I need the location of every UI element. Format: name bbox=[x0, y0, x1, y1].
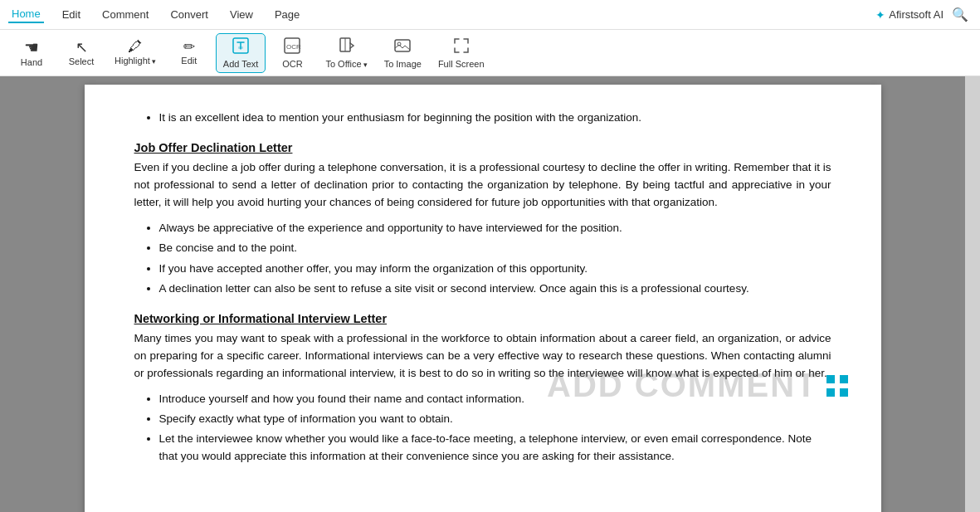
ocr-icon: OCR bbox=[283, 37, 301, 57]
select-tool-button[interactable]: ↖ Select bbox=[58, 33, 105, 73]
add-comment-watermark: ADD COMMENT bbox=[547, 367, 847, 404]
dot-tl bbox=[826, 375, 835, 383]
job-offer-bullets: Always be appreciative of the experience… bbox=[159, 220, 831, 297]
menu-right: ✦ Afirstsoft AI 🔍 bbox=[875, 7, 980, 22]
ai-label-text: Afirstsoft AI bbox=[889, 8, 943, 21]
menu-item-convert[interactable]: Convert bbox=[167, 7, 212, 22]
dot-bl bbox=[826, 388, 835, 397]
menu-item-comment[interactable]: Comment bbox=[99, 7, 152, 22]
highlight-label: Highlight▾ bbox=[115, 56, 156, 66]
menu-item-home[interactable]: Home bbox=[8, 6, 44, 23]
menu-bar: Home Edit Comment Convert View Page ✦ Af… bbox=[0, 0, 980, 30]
add-comment-text: ADD COMMENT bbox=[547, 367, 817, 404]
select-label: Select bbox=[69, 56, 95, 66]
to-image-label: To Image bbox=[384, 59, 422, 69]
highlight-tool-button[interactable]: 🖍 Highlight▾ bbox=[108, 33, 163, 73]
select-icon: ↖ bbox=[76, 40, 88, 55]
menu-item-edit[interactable]: Edit bbox=[59, 7, 84, 22]
add-text-tool-button[interactable]: Add Text bbox=[216, 33, 266, 73]
svg-rect-5 bbox=[395, 40, 410, 51]
job-offer-paragraph: Even if you decline a job offer during a… bbox=[134, 159, 831, 212]
to-image-tool-button[interactable]: To Image bbox=[378, 33, 428, 73]
highlight-dropdown-arrow: ▾ bbox=[152, 57, 156, 66]
job-offer-bullet-4: A declination letter can also be sent to… bbox=[159, 280, 831, 297]
full-screen-tool-button[interactable]: Full Screen bbox=[431, 33, 491, 73]
menu-items: Home Edit Comment Convert View Page bbox=[8, 6, 875, 23]
job-offer-bullet-3: If you have accepted another offer, you … bbox=[159, 261, 831, 277]
job-offer-heading: Job Offer Declination Letter bbox=[134, 141, 831, 154]
full-screen-icon bbox=[452, 37, 470, 57]
edit-tool-button[interactable]: ✏ Edit bbox=[166, 33, 212, 73]
ai-label[interactable]: ✦ Afirstsoft AI bbox=[875, 8, 943, 22]
menu-item-page[interactable]: Page bbox=[271, 7, 303, 22]
intro-bullet-1: It is an excellent idea to mention your … bbox=[159, 110, 831, 126]
dot-tr bbox=[840, 375, 848, 383]
document-page: It is an excellent idea to mention your … bbox=[85, 85, 881, 512]
add-comment-dots bbox=[826, 375, 848, 397]
svg-text:OCR: OCR bbox=[286, 43, 301, 51]
intro-bullets: It is an excellent idea to mention your … bbox=[159, 110, 831, 126]
toolbar: ☚ Hand ↖ Select 🖍 Highlight▾ ✏ Edit Add … bbox=[0, 30, 980, 76]
networking-bullet-2: Specify exactly what type of information… bbox=[159, 411, 831, 427]
ocr-label: OCR bbox=[282, 59, 302, 69]
to-office-label: To Office▾ bbox=[325, 59, 367, 69]
edit-label: Edit bbox=[181, 56, 197, 66]
right-scroll-panel[interactable] bbox=[965, 76, 980, 512]
add-text-icon bbox=[232, 37, 250, 57]
to-office-dropdown-arrow: ▾ bbox=[363, 61, 368, 69]
edit-icon: ✏ bbox=[183, 40, 195, 54]
ai-star-icon: ✦ bbox=[875, 8, 885, 22]
svg-rect-1 bbox=[238, 46, 243, 49]
networking-bullet-3: Let the interviewee know whether you wou… bbox=[159, 431, 831, 465]
ocr-tool-button[interactable]: OCR OCR bbox=[269, 33, 315, 73]
dot-br bbox=[840, 388, 848, 397]
networking-heading: Networking or Informational Interview Le… bbox=[134, 312, 831, 325]
highlight-icon: 🖍 bbox=[128, 40, 142, 54]
hand-label: Hand bbox=[21, 57, 42, 67]
to-office-icon bbox=[338, 37, 356, 57]
menu-item-view[interactable]: View bbox=[227, 7, 256, 22]
add-text-label: Add Text bbox=[223, 59, 259, 69]
full-screen-label: Full Screen bbox=[438, 59, 485, 69]
to-image-icon bbox=[393, 37, 412, 57]
main-area: It is an excellent idea to mention your … bbox=[0, 76, 980, 512]
hand-icon: ☚ bbox=[24, 39, 39, 56]
hand-tool-button[interactable]: ☚ Hand bbox=[8, 33, 55, 73]
job-offer-bullet-2: Be concise and to the point. bbox=[159, 240, 831, 256]
to-office-tool-button[interactable]: To Office▾ bbox=[319, 33, 373, 73]
job-offer-bullet-1: Always be appreciative of the experience… bbox=[159, 220, 831, 236]
search-icon[interactable]: 🔍 bbox=[952, 7, 968, 22]
document-area[interactable]: It is an excellent idea to mention your … bbox=[0, 76, 965, 512]
